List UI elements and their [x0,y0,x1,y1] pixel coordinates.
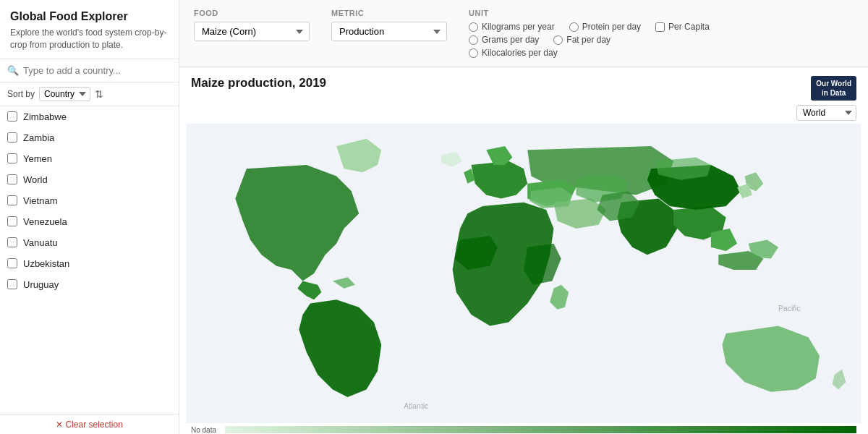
radio-kg-year[interactable]: Kilograms per year [469,22,555,32]
chart-area: Maize production, 2019 Our World in Data… [179,67,868,434]
unit-row-2: Grams per day Fat per day [469,35,710,45]
country-checkbox[interactable] [7,132,17,142]
sidebar: Global Food Explorer Explore the world's… [0,0,179,434]
sort-select[interactable]: Country Value [39,87,90,101]
country-checkbox[interactable] [7,258,17,268]
legend-gradient: 0 t 6.05 million t 13.4 million t 24.75 … [225,426,856,434]
sort-order-icon[interactable]: ⇅ [95,88,103,100]
country-item: Venezuela [0,211,179,232]
search-box[interactable]: 🔍 [0,59,179,82]
radio-protein-day[interactable]: Protein per day [569,22,641,32]
country-checkbox[interactable] [7,279,17,289]
country-name: Yemen [23,153,52,164]
country-checkbox[interactable] [7,237,17,247]
clear-selection[interactable]: ✕ Clear selection [0,414,179,434]
metric-control: METRIC Production Consumption Imports Ex… [331,9,447,41]
unit-row-1: Kilograms per year Protein per day Per C… [469,22,710,32]
sort-label: Sort by [7,89,35,99]
map-controls: World Africa Asia Europe Americas Oceani… [179,105,868,124]
owid-line1: Our World [816,79,851,88]
svg-text:Atlantic: Atlantic [404,402,428,410]
controls-bar: FOOD Maize (Corn) Wheat Rice Soybeans ME… [179,0,868,67]
country-name: Zimbabwe [23,111,67,122]
unit-row-3: Kilocalories per day [469,48,710,58]
legend-nodata-label: No data [191,426,216,434]
world-map[interactable]: Atlantic Pacific [187,124,861,423]
per-capita-label: Per Capita [668,22,710,32]
sort-row: Sort by Country Value ⇅ [0,82,179,106]
metric-select[interactable]: Production Consumption Imports Exports [331,22,447,41]
legend-nodata: No data [191,426,216,434]
search-icon: 🔍 [7,65,19,76]
country-checkbox[interactable] [7,111,17,122]
country-checkbox[interactable] [7,174,17,184]
checkbox-per-capita[interactable]: Per Capita [655,22,710,32]
country-item: Uruguay [0,274,179,295]
country-checkbox[interactable] [7,153,17,163]
country-item: World [0,169,179,190]
country-name: Vanuatu [23,237,57,248]
country-name: Venezuela [23,216,67,227]
country-list: ZimbabweZambiaYemenWorldVietnamVenezuela… [0,106,179,414]
map-view-select[interactable]: World Africa Asia Europe Americas Oceani… [796,105,856,121]
chart-header: Maize production, 2019 Our World in Data [179,67,868,105]
food-control: FOOD Maize (Corn) Wheat Rice Soybeans [194,9,310,41]
clear-link[interactable]: ✕ Clear selection [56,420,123,430]
country-checkbox[interactable] [7,216,17,226]
radio-kcal-day[interactable]: Kilocalories per day [469,48,558,58]
map-container: Atlantic Pacific [179,124,868,423]
unit-label: UNIT [469,9,710,17]
owid-line2: in Data [816,88,851,98]
svg-text:Pacific: Pacific [778,305,800,312]
country-item: Zambia [0,127,179,148]
food-select[interactable]: Maize (Corn) Wheat Rice Soybeans [194,22,310,41]
chart-title: Maize production, 2019 [191,76,326,90]
country-item: Zimbabwe [0,106,179,127]
unit-options: Kilograms per year Protein per day Per C… [469,22,710,58]
country-item: Vanuatu [0,232,179,253]
app-subtitle: Explore the world's food system crop-by-… [10,27,169,51]
country-name: Uruguay [23,279,59,290]
country-item: Yemen [0,148,179,169]
search-input[interactable] [23,65,171,76]
sidebar-header: Global Food Explorer Explore the world's… [0,0,179,59]
radio-g-day[interactable]: Grams per day [469,35,539,45]
country-item: Vietnam [0,190,179,211]
metric-label: METRIC [331,9,447,17]
country-item: Uzbekistan [0,253,179,274]
legend-bar [225,426,856,433]
legend-area: No data 0 t 6.05 million t 13.4 million … [179,423,868,434]
app-title: Global Food Explorer [10,10,169,23]
unit-control: UNIT Kilograms per year Protein per day … [469,9,710,58]
country-name: Uzbekistan [23,258,69,269]
country-name: World [23,174,48,185]
country-name: Vietnam [23,195,57,206]
owid-badge: Our World in Data [811,76,856,101]
country-checkbox[interactable] [7,195,17,205]
main-content: FOOD Maize (Corn) Wheat Rice Soybeans ME… [179,0,868,434]
food-label: FOOD [194,9,310,17]
radio-fat-day[interactable]: Fat per day [553,35,610,45]
country-name: Zambia [23,132,54,143]
